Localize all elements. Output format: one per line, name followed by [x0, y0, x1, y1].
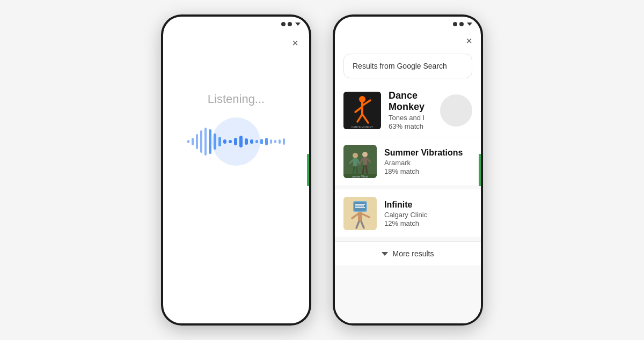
phone-1: × Listening...	[161, 14, 311, 326]
top-result-info: Dance Monkey Tones and I 63% match	[389, 90, 436, 130]
top-result-album-art: DANCE MONKEY	[343, 92, 381, 129]
top-result-match: 63% match	[389, 122, 436, 130]
waveform-bar	[234, 138, 237, 145]
waveform-bar	[200, 130, 202, 153]
listening-label: Listening...	[208, 92, 265, 106]
status-icon-1	[281, 22, 286, 26]
result-title-0: Summer Vibrations	[384, 148, 472, 158]
top-result-item[interactable]: DANCE MONKEY Dance Monkey Tones and I 63…	[335, 84, 481, 137]
play-button[interactable]	[440, 94, 472, 127]
more-results-chevron-icon	[382, 252, 388, 256]
phone-2: × Results from Google Search	[333, 14, 483, 326]
chevron-down-icon-2	[467, 23, 472, 26]
waveform-bar	[250, 139, 253, 144]
status-icon-2	[288, 22, 292, 26]
waveform-bar	[187, 140, 189, 143]
close-button-2[interactable]: ×	[466, 35, 472, 47]
results-screen: × Results from Google Search	[335, 29, 481, 323]
listening-screen: × Listening...	[163, 29, 309, 323]
status-bar-2	[335, 17, 481, 29]
waveform-bar	[283, 138, 285, 145]
top-result-artist: Tones and I	[389, 114, 436, 122]
more-results-row[interactable]: More results	[335, 241, 481, 265]
results-header: × Results from Google Search	[335, 29, 481, 84]
accent-line-2	[479, 154, 481, 186]
result-match-0: 18% match	[384, 167, 472, 175]
waveform-bar	[265, 138, 268, 145]
results-from-box: Results from Google Search	[343, 54, 472, 78]
svg-point-15	[362, 152, 368, 157]
waveform-bar	[218, 137, 221, 146]
top-result-title: Dance Monkey	[389, 90, 436, 113]
svg-rect-8	[343, 145, 377, 178]
result-album-art-1	[343, 197, 377, 230]
waveform-bar	[229, 140, 232, 143]
result-item-0[interactable]: ummer Vibrat Summer Vibrations Aramark 1…	[335, 137, 481, 186]
waveform-bar	[260, 139, 263, 144]
more-results-label: More results	[392, 249, 434, 258]
svg-line-19	[363, 166, 364, 174]
result-title-1: Infinite	[384, 200, 472, 210]
result-match-1: 12% match	[384, 219, 472, 227]
waveform-bar	[239, 136, 243, 147]
waveform-bar	[223, 139, 226, 144]
result-info-1: Infinite Calgary Clinic 12% match	[384, 200, 472, 227]
waveform-bar	[279, 139, 281, 144]
waveform-bar	[214, 134, 216, 150]
waveform-bar	[196, 134, 198, 149]
other-results-list: ummer Vibrat Summer Vibrations Aramark 1…	[335, 137, 481, 323]
waveform-bar	[204, 128, 207, 156]
status-bar-1	[163, 17, 309, 29]
result-artist-0: Aramark	[384, 159, 472, 167]
waveform-bar	[274, 140, 276, 143]
waveform-bar	[209, 129, 211, 154]
accent-line	[307, 154, 309, 186]
svg-rect-25	[354, 202, 366, 211]
waveform-bar	[270, 139, 272, 144]
waveform-bar	[192, 138, 194, 145]
svg-rect-29	[358, 212, 362, 221]
result-album-art-0: ummer Vibrat	[343, 145, 377, 178]
result-item-1[interactable]: Infinite Calgary Clinic 12% match	[335, 189, 481, 238]
status-icon-4	[459, 22, 464, 26]
waveform-bar	[245, 138, 248, 145]
svg-line-20	[366, 166, 367, 174]
chevron-down-icon	[295, 23, 301, 26]
svg-line-14	[356, 167, 357, 174]
waveform-container	[174, 128, 298, 156]
result-info-0: Summer Vibrations Aramark 18% match	[384, 148, 472, 175]
result-artist-1: Calgary Clinic	[384, 211, 472, 219]
status-icon-3	[453, 22, 457, 26]
svg-point-9	[353, 153, 358, 158]
waveform	[187, 128, 285, 156]
svg-text:DANCE MONKEY: DANCE MONKEY	[352, 125, 374, 129]
close-button[interactable]: ×	[292, 37, 298, 49]
svg-text:ummer Vibrat: ummer Vibrat	[352, 175, 369, 178]
waveform-bar	[255, 140, 258, 143]
svg-line-13	[353, 167, 354, 174]
